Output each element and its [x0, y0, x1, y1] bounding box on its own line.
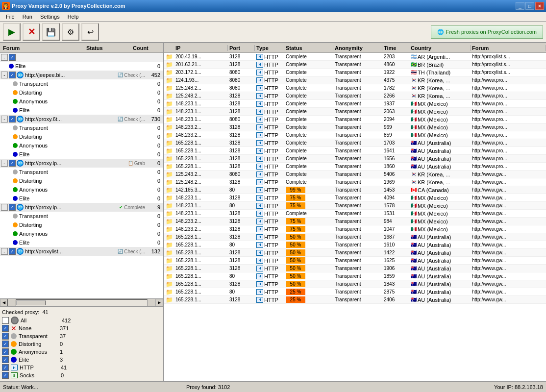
maximize-button[interactable]: □ — [525, 2, 534, 10]
list-item[interactable]: Anonymous 0 — [0, 229, 163, 238]
list-item[interactable]: Elite 0 — [0, 62, 163, 71]
save-button[interactable]: 💾 — [42, 23, 60, 41]
menu-file[interactable]: File — [2, 13, 19, 21]
forum-checkbox[interactable]: ✓ — [9, 204, 16, 211]
list-item[interactable]: Distorting 0 — [0, 220, 163, 229]
stop-button[interactable]: ✕ — [23, 23, 40, 41]
list-item[interactable]: - ✓ 🌐 http://proxy.ip... ✔ Complete 9 — [0, 203, 163, 212]
stats-row-transparent[interactable]: ✓ Transparent 37 — [2, 332, 161, 340]
table-row[interactable]: 📁 124.1.93... 8080 H HTTP Complete Trans… — [164, 76, 546, 84]
table-row[interactable]: 📁 165.228.1... 80 H HTTP 50 % Transparen… — [164, 272, 546, 280]
list-item[interactable]: Anonymous 0 — [0, 141, 163, 150]
table-row[interactable]: 📁 125.243.2... 8080 H HTTP Complete Tran… — [164, 171, 546, 178]
list-item[interactable]: - ✓ 🌐 http://proxy.ip... 📋 Grab 0 — [0, 159, 163, 168]
list-item[interactable]: Transparent 0 — [0, 168, 163, 176]
forum-tree[interactable]: - ✓ Elite 0 - ✓ 🌐 http://jeepee.bi... 🔄 … — [0, 53, 163, 298]
forum-checkbox[interactable]: ✓ — [9, 72, 16, 78]
table-row[interactable]: 📁 200.43.19... 3128 H HTTP Complete Tran… — [164, 53, 546, 61]
list-item[interactable]: - ✓ 🌐 http://jeepee.bi... 🔄 Check (... 4… — [0, 71, 163, 79]
stats-row-all[interactable]: All 412 — [2, 317, 161, 324]
scroll-right[interactable]: ▶ — [155, 299, 163, 307]
settings-button[interactable]: ⚙ — [62, 23, 79, 41]
stats-check-elite[interactable]: ✓ — [2, 356, 9, 363]
root-checkbox[interactable]: ✓ — [9, 54, 16, 61]
menu-help[interactable]: Help — [64, 13, 83, 21]
list-item[interactable]: Anonymous 0 — [0, 97, 163, 106]
forum-checkbox[interactable]: ✓ — [9, 160, 16, 167]
table-row[interactable]: 📁 148.233.1... 3128 H HTTP 75 % Transpar… — [164, 194, 546, 202]
table-row[interactable]: 📁 148.233.2... 3128 H HTTP 75 % Transpar… — [164, 218, 546, 225]
list-item[interactable]: Distorting 0 — [0, 88, 163, 97]
stats-row-none[interactable]: ✓ ✕ None 371 — [2, 324, 161, 332]
forum-checkbox[interactable]: ✓ — [9, 116, 16, 122]
stats-check-distorting[interactable]: ✓ — [2, 341, 9, 347]
table-row[interactable]: 📁 165.228.1... 3128 H HTTP 50 % Transpar… — [164, 257, 546, 265]
collapse-icon[interactable]: - — [1, 248, 8, 255]
table-row[interactable]: 📁 203.172.1... 8080 H HTTP Complete Tran… — [164, 69, 546, 76]
table-row[interactable]: 📁 142.165.3... 80 H HTTP 99 % Transparen… — [164, 186, 546, 194]
table-row[interactable]: 📁 201.63.21... 3128 H HTTP Complete Tran… — [164, 61, 546, 69]
list-item[interactable]: Elite 0 — [0, 194, 163, 203]
collapse-icon[interactable]: - — [1, 160, 8, 167]
list-item[interactable]: Transparent 0 — [0, 212, 163, 220]
table-row[interactable]: 📁 148.233.1... 3128 H HTTP Complete Tran… — [164, 210, 546, 218]
list-item[interactable]: - ✓ 🌐 http://proxylist... 🔄 Check (... 1… — [0, 247, 163, 256]
list-item[interactable]: Transparent 0 — [0, 123, 163, 132]
table-row[interactable]: 📁 148.233.1... 80 H HTTP 75 % Transparen… — [164, 202, 546, 210]
stats-check-none[interactable]: ✓ — [2, 325, 9, 332]
list-item[interactable]: Transparent 0 — [0, 79, 163, 88]
close-button[interactable]: × — [535, 2, 544, 10]
list-item[interactable]: Anonymous 0 — [0, 185, 163, 194]
list-item[interactable]: Elite 0 — [0, 238, 163, 247]
table-row[interactable]: 📁 165.228.1... 80 H HTTP 50 % Transparen… — [164, 241, 546, 249]
table-row[interactable]: 📁 165.228.1... 3128 H HTTP Complete Tran… — [164, 155, 546, 163]
table-row[interactable]: 📁 165.228.1... 80 H HTTP 25 % Transparen… — [164, 288, 546, 296]
collapse-icon[interactable]: - — [1, 72, 8, 78]
table-row[interactable]: 📁 148.233.1... 8080 H HTTP Complete Tran… — [164, 116, 546, 123]
stats-check-http[interactable]: ✓ — [2, 364, 9, 371]
table-row[interactable]: 📁 165.228.1... 3128 H HTTP Complete Tran… — [164, 147, 546, 155]
list-item[interactable]: Distorting 0 — [0, 132, 163, 141]
scroll-left[interactable]: ◀ — [0, 299, 8, 307]
play-button[interactable]: ▶ — [3, 23, 21, 41]
stats-row-http[interactable]: ✓ H HTTP 41 — [2, 364, 161, 371]
stats-check-transparent[interactable]: ✓ — [2, 333, 9, 340]
table-row[interactable]: 📁 125.248.2... 3128 H HTTP Complete Tran… — [164, 92, 546, 100]
table-row[interactable]: 📁 148.233.1... 3128 H HTTP Complete Tran… — [164, 100, 546, 108]
table-row[interactable]: 📁 125.248.2... 8080 H HTTP Complete Tran… — [164, 84, 546, 92]
refresh-button[interactable]: ↩ — [81, 23, 99, 41]
table-row[interactable]: 📁 165.228.1... 3128 H HTTP Complete Tran… — [164, 139, 546, 147]
stats-row-distorting[interactable]: ✓ Distorting 0 — [2, 340, 161, 348]
table-row[interactable]: 📁 165.228.1... 3128 H HTTP 50 % Transpar… — [164, 280, 546, 288]
collapse-icon[interactable]: - — [1, 116, 8, 122]
stats-row-socks[interactable]: ✓ S Socks 0 — [2, 371, 161, 379]
fresh-proxies-button[interactable]: 🌐 Fresh proxies on ProxyCollection.com — [431, 25, 543, 39]
collapse-icon[interactable]: - — [1, 54, 8, 61]
stats-row-anonymous[interactable]: ✓ Anonymous 1 — [2, 348, 161, 356]
list-item[interactable]: Elite 0 — [0, 106, 163, 115]
list-item[interactable]: Distorting 0 — [0, 176, 163, 185]
scroll-thumb[interactable] — [16, 300, 46, 305]
table-row[interactable]: 📁 165.228.1... 3128 H HTTP Complete Tran… — [164, 163, 546, 171]
table-row[interactable]: 📁 165.228.1... 3128 H HTTP 50 % Transpar… — [164, 233, 546, 241]
table-row[interactable]: 📁 148.233.2... 3128 H HTTP Complete Tran… — [164, 131, 546, 139]
table-row[interactable]: 📁 148.233.1... 3128 H HTTP Complete Tran… — [164, 108, 546, 116]
stats-row-elite[interactable]: ✓ Elite 3 — [2, 356, 161, 364]
menu-settings[interactable]: Settings — [36, 13, 64, 21]
table-row[interactable]: 📁 165.228.1... 3128 H HTTP 25 % Transpar… — [164, 296, 546, 304]
tree-root[interactable]: - ✓ — [0, 53, 163, 62]
list-item[interactable]: Elite 0 — [0, 150, 163, 159]
proxy-table[interactable]: 📁 200.43.19... 3128 H HTTP Complete Tran… — [164, 53, 546, 381]
stats-check-socks[interactable]: ✓ — [2, 372, 9, 379]
menu-run[interactable]: Run — [19, 13, 36, 21]
minimize-button[interactable]: _ — [516, 2, 524, 10]
table-row[interactable]: 📁 148.233.2... 3128 H HTTP Complete Tran… — [164, 123, 546, 131]
horizontal-scrollbar[interactable]: ◀ ▶ — [0, 298, 163, 306]
forum-checkbox[interactable]: ✓ — [9, 248, 16, 255]
table-row[interactable]: 📁 165.228.1... 3128 H HTTP 50 % Transpar… — [164, 249, 546, 257]
scroll-track[interactable] — [16, 299, 148, 306]
collapse-icon[interactable]: - — [1, 204, 8, 211]
table-row[interactable]: 📁 148.233.2... 3128 H HTTP 75 % Transpar… — [164, 225, 546, 233]
stats-check-anonymous[interactable]: ✓ — [2, 348, 9, 355]
stats-check-all[interactable] — [2, 317, 9, 324]
